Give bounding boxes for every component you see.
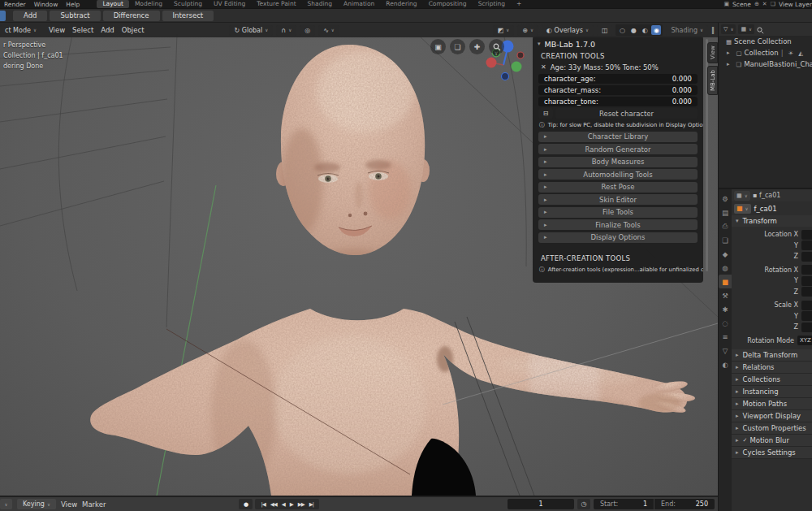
scene-selector[interactable]: Scene: [732, 1, 751, 8]
panel-delta-transform[interactable]: ▸Delta Transform: [732, 349, 812, 362]
data-tab-icon[interactable]: ▽: [719, 344, 732, 357]
prev-keyframe-button[interactable]: ◀◀: [270, 501, 277, 508]
current-frame-field[interactable]: 1: [508, 499, 574, 509]
view-layer-selector[interactable]: View Layer: [779, 1, 812, 8]
proportional-editing-button[interactable]: ◎: [300, 25, 315, 36]
shading-rendered-button[interactable]: ◉: [651, 25, 661, 35]
panel-instancing[interactable]: ▸Instancing: [732, 386, 812, 398]
panel-custom-properties[interactable]: ▸Custom Properties: [732, 422, 812, 435]
snap-dropdown[interactable]: ∩∨: [276, 25, 296, 36]
physics-tab-icon[interactable]: ◌: [719, 316, 732, 330]
delete-scene-icon[interactable]: ✕: [762, 1, 767, 7]
reset-page-icon[interactable]: ⊟: [538, 108, 553, 119]
rotation-mode-row[interactable]: Rotation Mode XYZ: [732, 336, 812, 347]
world-tab-icon[interactable]: ◍: [719, 261, 732, 275]
render-tab-icon[interactable]: ▤: [719, 206, 732, 219]
sidebar-tab-mblab[interactable]: MB-Lab: [707, 66, 718, 95]
output-tab-icon[interactable]: ⎙: [719, 219, 732, 233]
timeline-menu-view[interactable]: View: [61, 500, 77, 509]
breadcrumb-object[interactable]: f_ca01: [759, 192, 780, 199]
shading-solid-button[interactable]: ●: [628, 25, 638, 35]
panel-motion-blur[interactable]: ▸✓Motion Blur: [732, 435, 812, 447]
add-workspace-button[interactable]: +: [511, 0, 527, 8]
outliner-row-scene-collection[interactable]: ▦ Scene Collection: [719, 36, 812, 47]
shading-wireframe-button[interactable]: ○: [617, 25, 627, 35]
menu-add[interactable]: Add: [101, 26, 114, 34]
mblab-section-body-measures[interactable]: ▸Body Measures: [538, 157, 698, 167]
gizmos-dropdown[interactable]: ⊕∨: [517, 25, 538, 36]
jump-to-end-button[interactable]: ▶|: [309, 501, 313, 508]
view-layer-tab-icon[interactable]: ❏: [719, 233, 732, 247]
particles-tab-icon[interactable]: ✱: [719, 302, 732, 316]
mode-dropdown[interactable]: ct Mode∨: [0, 25, 41, 36]
panel-motion-paths[interactable]: ▸Motion Paths: [732, 398, 812, 410]
menu-window[interactable]: Window: [30, 1, 63, 8]
move-view-icon[interactable]: ✚: [469, 39, 485, 54]
overlays-dropdown[interactable]: ◐ Overlays∨: [542, 25, 594, 36]
outliner-row-collection[interactable]: ▸ ▢ Collection | ☀ ◭: [719, 47, 812, 58]
panel-cycles-settings[interactable]: ▸Cycles Settings: [732, 447, 812, 459]
mblab-section-automodelling-tools[interactable]: ▸Automodelling Tools: [538, 169, 698, 180]
character-age-slider[interactable]: character_age:0.000: [538, 74, 698, 84]
shading-material-button[interactable]: ◐: [640, 25, 650, 35]
location-z-row[interactable]: Z: [732, 251, 812, 262]
material-tab-icon[interactable]: ◐: [719, 357, 732, 371]
object-name[interactable]: f_ca01: [754, 205, 777, 213]
tab-sculpting[interactable]: Sculpting: [168, 0, 208, 8]
orientation-dropdown[interactable]: ↻ Global∨: [229, 25, 273, 36]
character-tone-slider[interactable]: character_tone:0.000: [538, 97, 698, 106]
scale-y-row[interactable]: Y: [732, 311, 812, 323]
character-mass-slider[interactable]: character_mass:0.000: [538, 85, 698, 95]
pause-icon[interactable]: ‖: [711, 27, 715, 34]
reset-character-button[interactable]: Reset character: [555, 108, 698, 119]
zoom-icon[interactable]: [489, 39, 504, 54]
mblab-section-rest-pose[interactable]: ▸Rest Pose: [538, 182, 698, 193]
object-id-dropdown[interactable]: ■∨: [734, 204, 751, 214]
active-tool-icon[interactable]: [0, 11, 6, 21]
tab-modeling[interactable]: Modeling: [129, 0, 168, 8]
timeline-menu-marker[interactable]: Marker: [82, 500, 106, 509]
rotation-z-row[interactable]: Z: [732, 287, 812, 298]
location-x-row[interactable]: Location X: [732, 229, 812, 240]
display-mode-dropdown[interactable]: ▦∨: [738, 24, 754, 34]
play-reverse-button[interactable]: ◀: [282, 501, 285, 508]
outliner-row-character[interactable]: ▸ ❏ ManuelBastioni_Character: [719, 58, 812, 70]
menu-select[interactable]: Select: [72, 26, 93, 34]
playback-dropdown[interactable]: ∨: [0, 499, 12, 509]
scene-tab-icon[interactable]: ◆: [719, 247, 732, 261]
search-icon[interactable]: [757, 23, 764, 37]
tab-animation[interactable]: Animation: [338, 0, 380, 8]
end-frame-field[interactable]: End:250: [654, 499, 715, 509]
modifiers-tab-icon[interactable]: ⚒: [719, 288, 732, 302]
rotation-y-row[interactable]: Y: [732, 275, 812, 287]
jump-to-start-button[interactable]: |◀: [261, 501, 265, 508]
record-button[interactable]: ●: [239, 499, 253, 509]
tab-scripting[interactable]: Scripting: [473, 0, 511, 8]
camera-view-icon[interactable]: ▣: [430, 39, 446, 54]
constraints-tab-icon[interactable]: ≡: [719, 330, 732, 344]
mblab-panel-header[interactable]: ▾ MB-Lab 1.7.0: [538, 38, 698, 50]
bool-add-button[interactable]: Add: [13, 11, 47, 21]
mblab-section-character-library[interactable]: ▸Character Library: [538, 132, 698, 142]
keying-dropdown[interactable]: Keying∨: [17, 499, 56, 509]
mblab-section-finalize-tools[interactable]: ▸Finalize Tools: [538, 219, 698, 230]
menu-view[interactable]: View: [49, 26, 65, 34]
xray-toggle[interactable]: ◫: [597, 25, 613, 36]
mblab-section-random-generator[interactable]: ▸Random Generator: [538, 144, 698, 154]
editor-type-dropdown[interactable]: ▦∨: [734, 191, 750, 201]
location-y-row[interactable]: Y: [732, 240, 812, 252]
tool-tab-icon[interactable]: ⚙: [719, 192, 732, 206]
tab-compositing[interactable]: Compositing: [423, 0, 473, 8]
bool-intersect-button[interactable]: Intersect: [162, 11, 214, 21]
next-keyframe-button[interactable]: ▶▶: [298, 501, 304, 508]
image-icon[interactable]: ❏: [450, 39, 465, 54]
tab-layout[interactable]: Layout: [97, 0, 129, 8]
rotation-x-row[interactable]: Rotation X: [732, 265, 812, 276]
object-tab-icon[interactable]: ■: [719, 275, 732, 288]
tab-shading[interactable]: Shading: [302, 0, 338, 8]
mblab-section-display-options[interactable]: ▸Display Options: [538, 232, 698, 243]
transform-panel-header[interactable]: ▾Transform: [732, 215, 812, 227]
filter-dropdown[interactable]: ▽∨: [721, 24, 736, 34]
panel-viewport-display[interactable]: ▸Viewport Display: [732, 410, 812, 422]
bool-subtract-button[interactable]: Subtract: [50, 11, 100, 21]
